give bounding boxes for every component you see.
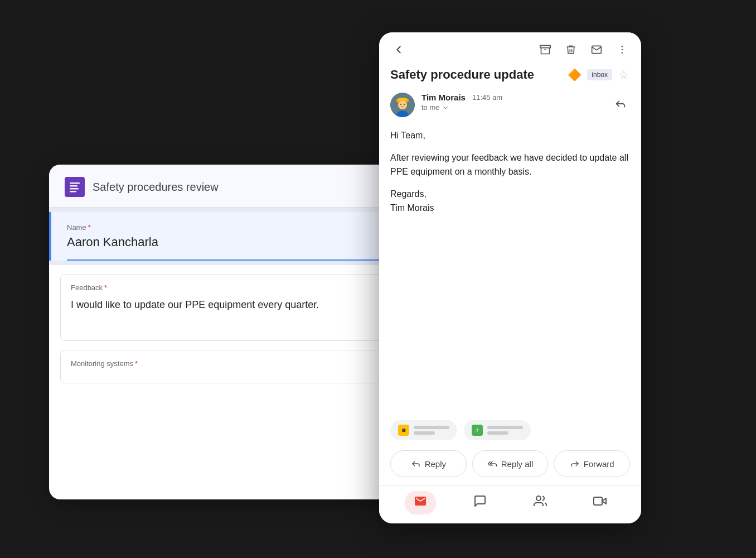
gmail-bottom-nav [379,485,641,523]
avatar [390,93,415,117]
video-nav-icon [593,494,607,511]
smart-chip-2[interactable]: + [464,420,531,440]
svg-point-16 [536,496,541,501]
forms-title: Safety procedures review [93,181,219,194]
svg-rect-2 [70,185,77,187]
toolbar-left [390,41,407,58]
forward-label: Forward [584,459,614,469]
gmail-toolbar [379,32,641,65]
email-paragraph: After reviewing your feedback we have de… [390,151,630,179]
sender-name: Tim Morais [421,93,466,102]
forward-icon [570,459,580,469]
chat-nav-icon [473,494,487,511]
email-subject: Safety procedure update [390,68,562,82]
chip-text-2 [487,426,523,435]
svg-point-9 [622,52,623,54]
name-field-block[interactable]: Name * Aaron Kancharla [49,212,395,261]
sender-info: Tim Morais 11:45 am to me [421,93,604,112]
mail-nav-icon [414,494,427,511]
smart-chip-1[interactable]: ■ [390,420,457,440]
svg-rect-18 [594,497,602,505]
sender-name-row: Tim Morais 11:45 am [421,93,604,102]
more-options-button[interactable] [614,42,630,57]
monitoring-field-block[interactable]: Monitoring systems * [60,350,384,383]
toolbar-right [537,42,630,57]
forms-divider-2 [49,261,395,265]
chip-icon-2: + [472,425,483,436]
chip-text-1 [414,426,449,435]
reply-all-button[interactable]: Reply all [472,450,549,477]
required-indicator-3: * [135,359,138,368]
nav-chat[interactable] [464,491,496,514]
name-field-value: Aaron Kancharla [67,235,379,261]
sender-time: 11:45 am [472,93,502,102]
name-field-label: Name * [67,223,379,232]
monitoring-field-label: Monitoring systems * [71,359,373,368]
required-indicator-2: * [104,283,107,292]
svg-rect-1 [70,182,80,184]
svg-rect-3 [70,188,79,190]
forms-icon [65,177,85,197]
svg-point-8 [622,49,623,51]
reply-icon [411,459,421,469]
back-button[interactable] [390,41,407,58]
reply-all-icon [487,459,497,469]
mark-unread-button[interactable] [589,42,604,57]
smart-replies: ■ + [379,413,641,445]
svg-point-7 [622,46,623,47]
svg-point-14 [400,104,401,105]
reply-label: Reply [425,459,446,469]
forms-card: Safety procedures review Name * Aaron Ka… [49,165,395,499]
star-button[interactable]: ☆ [618,67,630,83]
svg-rect-4 [70,191,76,193]
nav-video[interactable] [584,491,616,514]
delete-button[interactable] [563,42,579,57]
nav-mail[interactable] [405,491,436,514]
feedback-field-block[interactable]: Feedback * I would like to update our PP… [60,274,384,341]
reply-all-label: Reply all [501,459,534,469]
feedback-field-value: I would like to update our PPE equipment… [71,297,373,312]
forms-header: Safety procedures review [49,165,395,208]
quick-reply-button[interactable] [611,95,630,115]
reply-button[interactable]: Reply [390,450,467,477]
svg-point-13 [398,100,407,109]
svg-marker-17 [602,498,606,504]
feedback-field-label: Feedback * [71,283,373,292]
svg-rect-5 [540,46,550,48]
svg-point-15 [404,104,405,105]
svg-rect-0 [65,177,85,197]
email-greeting: Hi Team, [390,128,630,143]
gmail-actions: Reply Reply all Forward [379,445,641,485]
email-closing: Regards, Tim Morais [390,187,630,215]
archive-button[interactable] [537,42,553,57]
nav-meet[interactable] [525,491,556,514]
sender-to-row[interactable]: to me [421,103,604,112]
forward-button[interactable]: Forward [554,450,630,477]
sender-row: Tim Morais 11:45 am to me [379,88,641,122]
inbox-badge[interactable]: inbox [587,69,612,80]
email-body: Hi Team, After reviewing your feedback w… [379,122,641,413]
meet-nav-icon [534,494,547,511]
forms-section-divider [49,208,395,212]
subject-emoji: 🔶 [568,68,581,81]
chip-icon-1: ■ [398,425,409,436]
required-indicator: * [88,223,91,232]
gmail-card: Safety procedure update 🔶 inbox ☆ [379,32,641,523]
subject-row: Safety procedure update 🔶 inbox ☆ [379,65,641,88]
expand-recipients-icon[interactable] [442,104,449,112]
